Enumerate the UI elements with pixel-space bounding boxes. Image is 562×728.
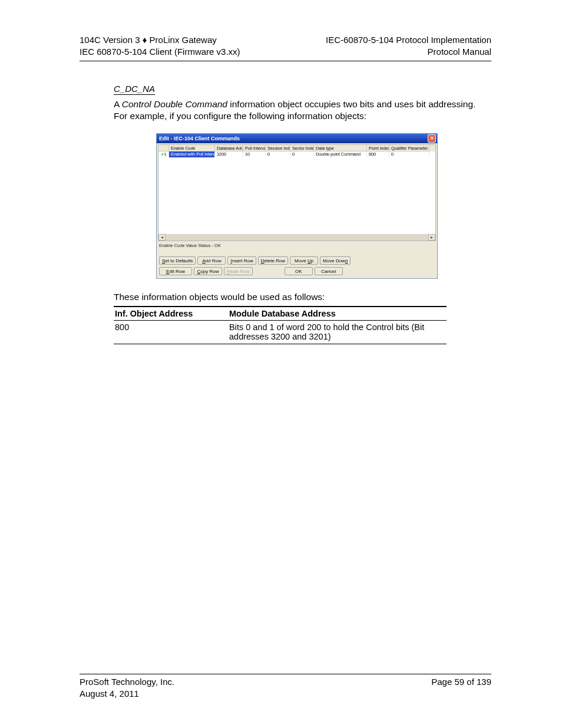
delete-row-button[interactable]: Delete Row [258, 256, 288, 265]
header-right-1: IEC-60870-5-104 Protocol Implementation [326, 34, 491, 46]
col-session[interactable]: Session Index [266, 145, 290, 151]
close-icon[interactable]: ✕ [428, 134, 436, 143]
paste-row-button: Paste Row [224, 267, 253, 275]
footer-page: Page 59 of 139 [431, 676, 491, 688]
cell-datatype[interactable]: Double-point Command [314, 151, 367, 157]
col-enable[interactable]: Enable Code [169, 145, 215, 151]
edit-commands-dialog: Edit - IEC-104 Client Commands ✕ Enable … [156, 133, 438, 279]
table-cell-address: 800 [114, 321, 228, 344]
col-dbaddr[interactable]: Database Address [215, 145, 243, 151]
scroll-track[interactable] [166, 234, 428, 241]
cell-rowmark: ✓1 [158, 151, 169, 157]
cell-session[interactable]: 0 [266, 151, 290, 157]
section-paragraph: A Control Double Command information obj… [114, 98, 491, 123]
grid-hscrollbar[interactable]: ◄ ► [158, 234, 435, 241]
footer-date: August 4, 2011 [80, 688, 174, 700]
scroll-left-icon[interactable]: ◄ [158, 234, 166, 241]
cell-enable[interactable]: Enabled with Poll Interval [169, 151, 215, 157]
insert-row-button[interactable]: Insert Row [227, 256, 256, 265]
set-defaults-button[interactable]: Set to Defaults [159, 256, 196, 265]
move-down-button[interactable]: Move Down [320, 256, 351, 265]
col-poll[interactable]: Poll Interval [243, 145, 266, 151]
page-footer: ProSoft Technology, Inc. August 4, 2011 … [80, 674, 491, 700]
move-up-button[interactable]: Move Up [290, 256, 318, 265]
col-qualifier[interactable]: Qualifier Parameter [389, 145, 429, 151]
col-sector[interactable]: Sector Index [290, 145, 314, 151]
table-row: 800 Bits 0 and 1 of word 200 to hold the… [114, 321, 447, 344]
grid-header-row: Enable Code Database Address Poll Interv… [158, 145, 435, 151]
col-datatype[interactable]: Data type [314, 145, 367, 151]
cell-qualifier[interactable]: 0 [389, 151, 429, 157]
col-rownum [158, 145, 169, 151]
copy-row-button[interactable]: Copy Row [194, 267, 222, 275]
after-dialog-text: These information objects would be used … [114, 292, 491, 302]
edit-row-button[interactable]: Edit Row [159, 267, 192, 275]
dialog-title: Edit - IEC-104 Client Commands [159, 136, 240, 141]
add-row-button[interactable]: Add Row [197, 256, 226, 265]
para-italic: Control Double Command [122, 99, 227, 109]
section-title: C_DC_NA [114, 84, 155, 95]
table-header-module: Module Database Address [228, 307, 447, 321]
scroll-right-icon[interactable]: ► [428, 234, 435, 241]
ok-button[interactable]: OK [285, 267, 313, 275]
para-prefix: A [114, 99, 122, 109]
cell-pointidx[interactable]: 800 [367, 151, 389, 157]
dialog-titlebar: Edit - IEC-104 Client Commands ✕ [157, 134, 437, 143]
cell-dbaddr[interactable]: 3200 [215, 151, 243, 157]
header-left-1: 104C Version 3 ♦ ProLinx Gateway [80, 34, 240, 46]
dialog-button-row-1: Set to Defaults Add Row Insert Row Delet… [157, 255, 437, 266]
page-header: 104C Version 3 ♦ ProLinx Gateway IEC 608… [80, 34, 491, 61]
footer-company: ProSoft Technology, Inc. [80, 676, 174, 688]
header-left-2: IEC 60870-5-104 Client (Firmware v3.xx) [80, 46, 240, 58]
header-right-2: Protocol Manual [326, 46, 491, 58]
table-cell-module: Bits 0 and 1 of word 200 to hold the Con… [228, 321, 447, 344]
cancel-button[interactable]: Cancel [315, 267, 343, 275]
dialog-button-row-2: Edit Row Copy Row Paste Row OK Cancel [157, 266, 437, 278]
info-object-table: Inf. Object Address Module Database Addr… [114, 306, 447, 344]
grid-row[interactable]: ✓1 Enabled with Poll Interval 3200 10 0 … [158, 151, 435, 157]
col-pointidx[interactable]: Point Index [367, 145, 389, 151]
cell-sector[interactable]: 0 [290, 151, 314, 157]
cell-poll[interactable]: 10 [243, 151, 266, 157]
dialog-status: Enable Code Value Status - OK [157, 241, 437, 249]
commands-grid[interactable]: Enable Code Database Address Poll Interv… [158, 144, 436, 241]
table-header-address: Inf. Object Address [114, 307, 228, 321]
